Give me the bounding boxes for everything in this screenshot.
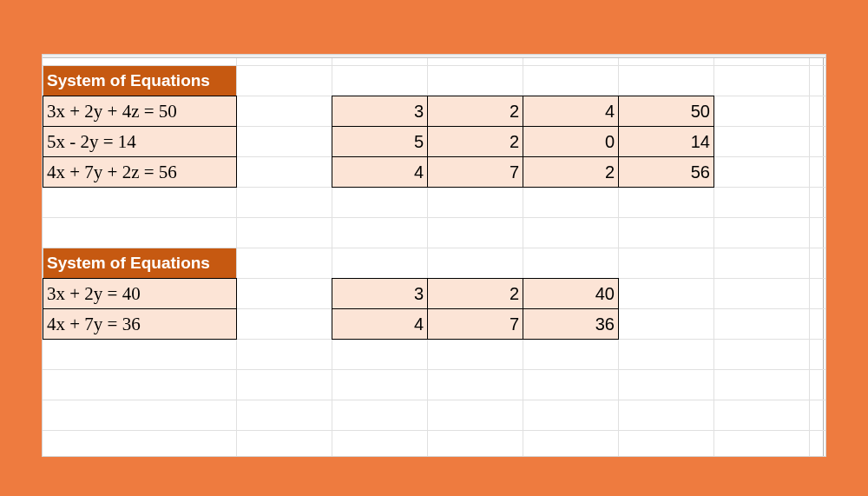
matrix-cell[interactable]: 50: [618, 96, 714, 127]
matrix-cell[interactable]: 3: [332, 278, 428, 309]
equation-cell[interactable]: 3x + 2y + 4z = 50: [43, 96, 237, 127]
gridline: [43, 217, 825, 218]
gridline: [823, 58, 824, 456]
matrix-cell[interactable]: 2: [427, 278, 523, 309]
matrix-cell[interactable]: 5: [332, 126, 428, 157]
matrix-cell[interactable]: 56: [618, 156, 714, 188]
top-border: [43, 55, 825, 58]
matrix-cell[interactable]: 4: [332, 156, 428, 188]
matrix-cell[interactable]: 14: [618, 126, 714, 157]
spreadsheet[interactable]: System of Equations 3x + 2y + 4z = 50 5x…: [42, 54, 826, 457]
gridline: [43, 430, 825, 431]
matrix-cell[interactable]: 7: [427, 308, 523, 340]
matrix-cell[interactable]: 4: [332, 308, 428, 340]
equation-cell[interactable]: 5x - 2y = 14: [43, 126, 237, 157]
gridline: [809, 58, 810, 456]
matrix-cell[interactable]: 0: [523, 126, 619, 157]
matrix-cell[interactable]: 4: [523, 96, 619, 127]
gridline: [43, 369, 825, 370]
matrix-cell[interactable]: 36: [523, 308, 619, 340]
equation-cell[interactable]: 3x + 2y = 40: [43, 278, 237, 309]
matrix-cell[interactable]: 2: [523, 156, 619, 188]
section-header-2[interactable]: System of Equations: [43, 248, 237, 279]
gridline: [43, 400, 825, 400]
matrix-cell[interactable]: 2: [427, 96, 523, 127]
equation-cell[interactable]: 4x + 7y + 2z = 56: [43, 156, 237, 188]
section-header-1[interactable]: System of Equations: [43, 65, 237, 96]
matrix-cell[interactable]: 2: [427, 126, 523, 157]
matrix-cell[interactable]: 7: [427, 156, 523, 188]
matrix-cell[interactable]: 3: [332, 96, 428, 127]
equation-cell[interactable]: 4x + 7y = 36: [43, 308, 237, 340]
matrix-cell[interactable]: 40: [523, 278, 619, 309]
